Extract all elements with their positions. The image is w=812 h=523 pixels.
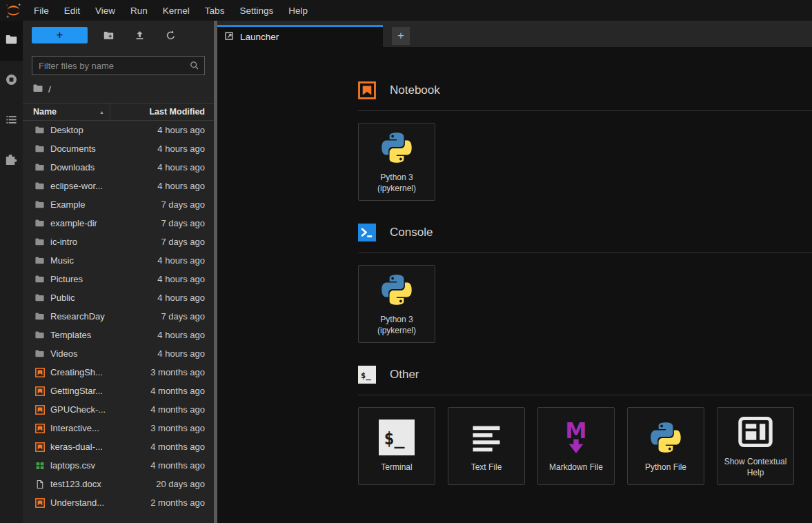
file-row[interactable]: Music4 hours ago bbox=[23, 251, 214, 270]
menu-edit[interactable]: Edit bbox=[57, 0, 88, 21]
folder-icon bbox=[34, 218, 45, 228]
file-modified: 4 hours ago bbox=[157, 162, 214, 172]
launcher-icon bbox=[224, 31, 234, 43]
file-row[interactable]: ic-intro7 days ago bbox=[23, 233, 214, 251]
column-header-name[interactable]: Name ▲ bbox=[23, 103, 110, 120]
section-title: Console bbox=[390, 226, 433, 239]
sidebar-tab-extensions[interactable] bbox=[0, 141, 23, 181]
sidebar-tab-table-of-contents[interactable] bbox=[0, 101, 23, 141]
file-name: GPUCheck-... bbox=[50, 404, 106, 415]
text-file-icon bbox=[468, 420, 504, 455]
column-header-last-modified[interactable]: Last Modified bbox=[110, 107, 214, 117]
file-row[interactable]: keras-dual-...4 months ago bbox=[23, 437, 214, 456]
folder-icon bbox=[34, 237, 45, 247]
file-row[interactable]: Documents4 hours ago bbox=[23, 139, 214, 158]
python-icon bbox=[379, 272, 415, 308]
file-row[interactable]: Understand...2 months ago bbox=[23, 493, 214, 512]
file-modified: 20 days ago bbox=[156, 479, 214, 489]
file-row[interactable]: Templates4 hours ago bbox=[23, 326, 214, 344]
new-folder-button[interactable] bbox=[103, 30, 115, 41]
file-modified: 4 hours ago bbox=[157, 274, 214, 284]
file-modified: 4 months ago bbox=[150, 404, 214, 415]
file-name: Videos bbox=[50, 348, 78, 359]
markdown-icon: M bbox=[558, 420, 594, 455]
file-modified: 4 hours ago bbox=[157, 144, 214, 154]
filter-box bbox=[32, 56, 205, 75]
notebook-icon bbox=[34, 442, 45, 452]
file-row[interactable]: test123.docx20 days ago bbox=[23, 475, 214, 493]
file-row[interactable]: GPUCheck-...4 months ago bbox=[23, 400, 214, 419]
menu-kernel[interactable]: Kernel bbox=[155, 0, 197, 21]
folder-icon bbox=[5, 33, 18, 49]
new-launcher-button[interactable]: + bbox=[32, 27, 88, 43]
file-row[interactable]: Interactive...3 months ago bbox=[23, 419, 214, 437]
file-modified: 4 hours ago bbox=[157, 348, 214, 359]
file-name: GettingStar... bbox=[50, 386, 103, 396]
tab-bar: Launcher + bbox=[217, 21, 812, 47]
file-row[interactable]: Desktop4 hours ago bbox=[23, 121, 214, 139]
launcher-card-terminal[interactable]: $_Terminal bbox=[358, 407, 435, 485]
breadcrumb-root[interactable]: / bbox=[48, 84, 51, 95]
section-title: Notebook bbox=[390, 83, 440, 97]
breadcrumb[interactable]: / bbox=[23, 75, 214, 103]
file-list: Desktop4 hours agoDocuments4 hours agoDo… bbox=[23, 121, 214, 523]
notebook-icon bbox=[34, 404, 45, 415]
file-row[interactable]: GettingStar...4 months ago bbox=[23, 382, 214, 400]
file-modified: 7 days ago bbox=[161, 311, 214, 322]
menu-run[interactable]: Run bbox=[123, 0, 155, 21]
launcher-card-label: Text File bbox=[468, 462, 505, 473]
file-modified: 7 days ago bbox=[161, 218, 214, 228]
file-row[interactable]: Videos4 hours ago bbox=[23, 344, 214, 363]
sidebar-tab-file-browser[interactable] bbox=[0, 21, 23, 61]
contextual-help-icon bbox=[737, 414, 773, 450]
sidebar-tab-running-sessions[interactable] bbox=[0, 61, 23, 101]
file-name: Templates bbox=[50, 330, 91, 340]
menu-view[interactable]: View bbox=[88, 0, 123, 21]
folder-icon bbox=[34, 144, 45, 154]
file-modified: 4 months ago bbox=[150, 442, 214, 452]
file-row[interactable]: Example7 days ago bbox=[23, 195, 214, 214]
file-row[interactable]: eclipse-wor...4 hours ago bbox=[23, 177, 214, 195]
file-row[interactable]: example-dir7 days ago bbox=[23, 214, 214, 233]
notebook-icon bbox=[34, 423, 45, 433]
file-name: Downloads bbox=[50, 162, 95, 172]
file-modified: 4 hours ago bbox=[157, 255, 214, 266]
launcher-card-python-3[interactable]: Python 3(ipykernel) bbox=[358, 123, 435, 201]
menu-settings[interactable]: Settings bbox=[232, 0, 281, 21]
menu-tabs[interactable]: Tabs bbox=[197, 0, 232, 21]
file-modified: 3 months ago bbox=[150, 367, 214, 377]
section-cards: $_TerminalText FileMMarkdown FilePython … bbox=[358, 407, 812, 485]
launcher-card-text-file[interactable]: Text File bbox=[448, 407, 525, 485]
new-tab-button[interactable]: + bbox=[392, 27, 410, 45]
file-icon bbox=[34, 479, 45, 489]
filter-files-input[interactable] bbox=[32, 56, 205, 75]
tab-label: Launcher bbox=[240, 32, 279, 42]
jupyterlab-window: FileEditViewRunKernelTabsSettingsHelp bbox=[0, 0, 812, 523]
home-folder-icon[interactable] bbox=[32, 83, 43, 96]
section-title: Other bbox=[390, 368, 419, 382]
launcher-card-python-file[interactable]: Python File bbox=[627, 407, 704, 485]
launcher-card-show-contextual-help[interactable]: Show Contextual Help bbox=[717, 407, 794, 485]
launcher-card-sublabel: (ipykernel) bbox=[377, 325, 416, 336]
file-row[interactable]: CreatingSh...3 months ago bbox=[23, 363, 214, 382]
svg-text:$_: $_ bbox=[361, 369, 371, 380]
file-row[interactable]: Downloads4 hours ago bbox=[23, 158, 214, 177]
refresh-button[interactable] bbox=[165, 30, 177, 41]
menu-help[interactable]: Help bbox=[281, 0, 315, 21]
file-row[interactable]: Pictures4 hours ago bbox=[23, 270, 214, 288]
file-modified: 4 hours ago bbox=[157, 293, 214, 303]
file-row[interactable]: ResearchDay7 days ago bbox=[23, 307, 214, 326]
file-row[interactable]: Public4 hours ago bbox=[23, 288, 214, 307]
section-cards: Python 3(ipykernel) bbox=[358, 265, 812, 343]
launcher-card-markdown-file[interactable]: MMarkdown File bbox=[537, 407, 615, 485]
terminal-icon: $_ bbox=[379, 420, 415, 455]
file-row[interactable]: laptops.csv4 months ago bbox=[23, 456, 214, 475]
tab-launcher[interactable]: Launcher bbox=[217, 25, 383, 47]
upload-button[interactable] bbox=[134, 30, 146, 41]
section-divider bbox=[358, 110, 812, 111]
folder-icon bbox=[34, 199, 45, 210]
launcher-card-python-3[interactable]: Python 3(ipykernel) bbox=[358, 265, 435, 343]
section-header: Console bbox=[358, 223, 812, 241]
folder-icon bbox=[34, 330, 45, 340]
menu-file[interactable]: File bbox=[26, 0, 57, 21]
